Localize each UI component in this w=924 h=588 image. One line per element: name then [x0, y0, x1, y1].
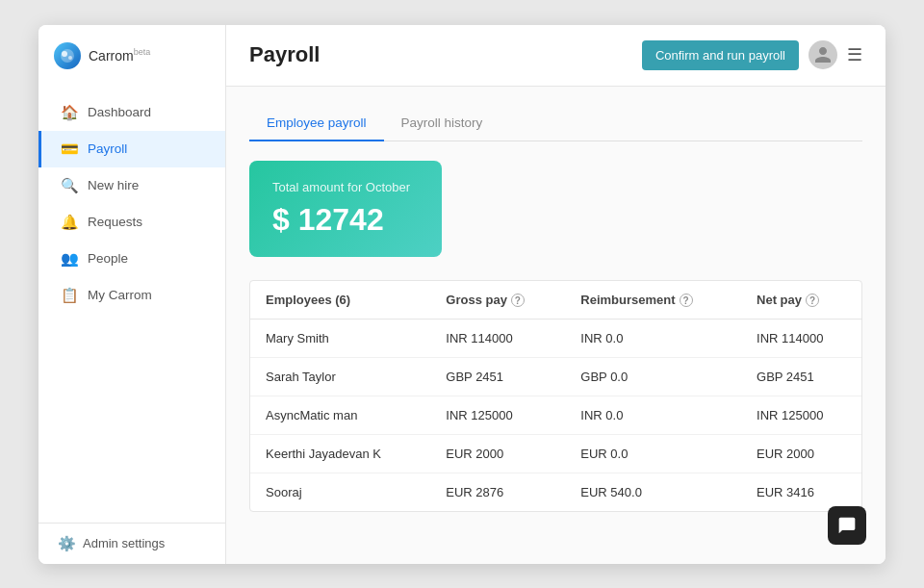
net-pay-help-icon[interactable]: ?	[806, 294, 819, 307]
cell-net-pay-3: EUR 2000	[741, 435, 861, 473]
cell-gross-pay-3: EUR 2000	[430, 435, 565, 473]
sidebar-item-new-hire[interactable]: 🔍 New hire	[38, 167, 225, 204]
topbar: Payroll Confirm and run payroll ☰	[226, 25, 886, 87]
tab-payroll-history[interactable]: Payroll history	[384, 106, 500, 141]
payroll-table-wrapper: Employees (6)Gross pay?Reimbursement?Net…	[249, 280, 862, 513]
app-beta: beta	[134, 47, 151, 57]
col-header-employees: Employees (6)	[250, 281, 430, 320]
my-carrom-label: My Carrom	[88, 288, 152, 302]
topbar-right: Confirm and run payroll ☰	[642, 40, 862, 70]
cell-gross-pay-2: INR 125000	[430, 396, 565, 435]
total-card-label: Total amount for October	[272, 180, 419, 194]
sidebar: Carrombeta 🏠 Dashboard 💳 Payroll 🔍 New h…	[38, 25, 226, 564]
avatar	[808, 40, 837, 69]
people-label: People	[88, 251, 128, 266]
sidebar-item-my-carrom[interactable]: 📋 My Carrom	[38, 277, 225, 314]
new-hire-icon: 🔍	[61, 177, 78, 194]
payroll-label: Payroll	[88, 141, 127, 156]
table-row: Sarah TaylorGBP 2451GBP 0.0GBP 2451	[250, 358, 861, 396]
col-header-gross-pay: Gross pay?	[430, 281, 565, 320]
payroll-table: Employees (6)Gross pay?Reimbursement?Net…	[250, 281, 861, 512]
admin-settings-label: Admin settings	[83, 536, 165, 550]
cell-employee-0: Mary Smith	[250, 320, 430, 358]
new-hire-label: New hire	[88, 178, 139, 192]
chat-button[interactable]	[828, 506, 866, 545]
admin-settings-item[interactable]: ⚙️ Admin settings	[38, 523, 225, 564]
sidebar-navigation: 🏠 Dashboard 💳 Payroll 🔍 New hire 🔔 Reque…	[38, 87, 225, 523]
total-amount-card: Total amount for October $ 12742	[249, 161, 442, 257]
cell-employee-4: Sooraj	[250, 473, 430, 512]
table-row: Keerthi Jayadevan KEUR 2000EUR 0.0EUR 20…	[250, 435, 861, 473]
dashboard-label: Dashboard	[88, 105, 151, 119]
content-area: Employee payrollPayroll history Total am…	[226, 87, 886, 564]
cell-net-pay-1: GBP 2451	[741, 358, 861, 396]
cell-net-pay-0: INR 114000	[741, 320, 861, 358]
tabs: Employee payrollPayroll history	[249, 106, 862, 141]
my-carrom-icon: 📋	[61, 287, 78, 304]
table-header: Employees (6)Gross pay?Reimbursement?Net…	[250, 281, 861, 320]
people-icon: 👥	[61, 250, 78, 268]
cell-reimbursement-4: EUR 540.0	[565, 473, 741, 512]
sidebar-item-requests[interactable]: 🔔 Requests	[38, 204, 225, 241]
sidebar-item-dashboard[interactable]: 🏠 Dashboard	[38, 94, 225, 131]
requests-icon: 🔔	[61, 214, 78, 231]
cell-reimbursement-3: EUR 0.0	[565, 435, 741, 473]
sidebar-item-people[interactable]: 👥 People	[38, 241, 225, 277]
confirm-run-payroll-button[interactable]: Confirm and run payroll	[642, 40, 799, 70]
tab-employee-payroll[interactable]: Employee payroll	[249, 106, 384, 141]
cell-gross-pay-1: GBP 2451	[430, 358, 565, 396]
cell-gross-pay-0: INR 114000	[430, 320, 565, 358]
cell-employee-2: AsyncMatic man	[250, 396, 430, 435]
cell-reimbursement-0: INR 0.0	[565, 320, 741, 358]
admin-settings-icon: ⚙️	[58, 535, 75, 552]
table-body: Mary SmithINR 114000INR 0.0INR 114000Sar…	[250, 320, 861, 512]
logo-text: Carrombeta	[89, 47, 150, 64]
total-card-amount: $ 12742	[272, 202, 419, 238]
cell-reimbursement-2: INR 0.0	[565, 396, 741, 435]
menu-icon[interactable]: ☰	[847, 44, 862, 65]
table-row: SoorajEUR 2876EUR 540.0EUR 3416	[250, 473, 861, 512]
reimbursement-help-icon[interactable]: ?	[680, 294, 693, 307]
sidebar-logo: Carrombeta	[38, 25, 225, 87]
page-title: Payroll	[249, 42, 320, 67]
requests-label: Requests	[88, 215, 142, 229]
col-header-net-pay: Net pay?	[741, 281, 861, 320]
cell-employee-1: Sarah Taylor	[250, 358, 430, 396]
cell-gross-pay-4: EUR 2876	[430, 473, 565, 512]
col-header-reimbursement: Reimbursement?	[565, 281, 741, 320]
svg-point-2	[68, 56, 72, 60]
main-content: Payroll Confirm and run payroll ☰ Employ…	[226, 25, 886, 564]
logo-icon	[54, 42, 81, 69]
cell-employee-3: Keerthi Jayadevan K	[250, 435, 430, 473]
cell-net-pay-2: INR 125000	[741, 396, 861, 435]
table-row: AsyncMatic manINR 125000INR 0.0INR 12500…	[250, 396, 861, 435]
sidebar-item-payroll[interactable]: 💳 Payroll	[38, 131, 225, 167]
app-window: Carrombeta 🏠 Dashboard 💳 Payroll 🔍 New h…	[38, 25, 886, 564]
cell-reimbursement-1: GBP 0.0	[565, 358, 741, 396]
payroll-icon: 💳	[61, 141, 78, 158]
dashboard-icon: 🏠	[61, 104, 78, 121]
table-row: Mary SmithINR 114000INR 0.0INR 114000	[250, 320, 861, 358]
svg-point-1	[62, 51, 67, 57]
app-name: Carrom	[89, 48, 134, 64]
gross-pay-help-icon[interactable]: ?	[511, 294, 525, 307]
